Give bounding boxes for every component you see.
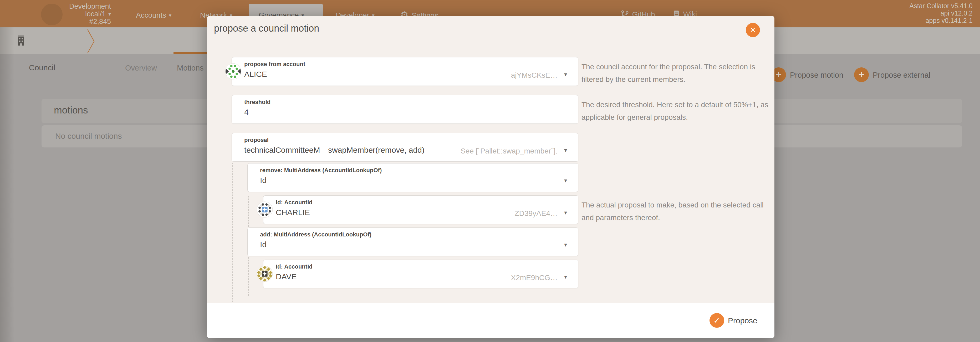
alice-identicon[interactable] — [225, 63, 241, 80]
chevron-down-icon: ▾ — [108, 11, 111, 17]
check-icon: ✓ — [710, 313, 724, 328]
chevron-down-icon[interactable]: ▾ — [564, 273, 567, 280]
active-tab-underline — [173, 52, 208, 54]
node-version: Astar Collator v5.41.0 — [910, 2, 973, 10]
proposal-section[interactable]: technicalCommitteeM — [244, 145, 320, 155]
plus-icon: + — [854, 67, 869, 82]
add-multiaddress-field[interactable]: add: MultiAddress (AccountIdLookupOf) Id… — [247, 227, 578, 256]
add-accountid-field[interactable]: Id: AccountId DAVE X2mE9hCG… ▾ — [263, 260, 578, 288]
help-account: The council account for the proposal. Th… — [581, 61, 784, 86]
field-label: proposal — [244, 137, 269, 144]
version-info: Astar Collator v5.41.0 api v12.0.2 apps … — [910, 2, 973, 24]
account-name: ALICE — [244, 70, 267, 79]
chevron-down-icon[interactable]: ▾ — [564, 147, 567, 154]
threshold-field[interactable]: threshold 4 — [232, 95, 578, 124]
modal-footer: ✓ Propose — [207, 303, 775, 338]
chevron-down-icon[interactable]: ▾ — [564, 209, 567, 216]
page-title: motions — [54, 105, 88, 116]
method-doc-hint: See [`Pallet::swap_member`]. — [461, 147, 558, 155]
app-screen: Development local/1▾ #2,845 Accounts▾ Ne… — [0, 0, 980, 342]
network-selector[interactable]: Development local/1▾ #2,845 — [66, 3, 111, 26]
api-version: api v12.0.2 — [910, 10, 973, 17]
chevron-down-icon[interactable]: ▾ — [564, 241, 567, 248]
nesting-guide-level1 — [232, 163, 233, 315]
add-type-value: Id — [260, 240, 267, 249]
remove-accountid-field[interactable]: Id: AccountId CHARLIE ZD39yAE4… ▾ — [263, 195, 578, 224]
field-label: threshold — [244, 99, 270, 105]
help-proposal: The actual proposal to make, based on th… — [581, 199, 784, 224]
account-address-short: X2mE9hCG… — [511, 273, 558, 282]
tab-motions[interactable]: Motions — [177, 64, 204, 72]
account-address-short: ZD39yAE4… — [515, 209, 558, 218]
proposal-field[interactable]: proposal technicalCommitteeM swapMember(… — [232, 133, 578, 161]
help-threshold: The desired threshold. Here set to a def… — [581, 99, 784, 124]
chain-logo-avatar[interactable] — [41, 4, 62, 25]
propose-button[interactable]: ✓ Propose — [710, 313, 788, 329]
account-address-short: ajYMsCKsE… — [511, 71, 558, 80]
field-label: add: MultiAddress (AccountIdLookupOf) — [260, 231, 371, 238]
account-name: CHARLIE — [276, 208, 310, 217]
block-number: #2,845 — [66, 18, 111, 26]
close-button[interactable]: ✕ — [746, 23, 760, 37]
close-icon: ✕ — [750, 26, 756, 34]
propose-from-account-field[interactable]: propose from account ALICE ajYMsCKsE… ▾ — [232, 57, 578, 86]
breadcrumb-chevron-icon — [87, 29, 95, 54]
chevron-down-icon[interactable]: ▾ — [564, 71, 567, 78]
account-name: DAVE — [276, 272, 296, 281]
field-label: propose from account — [244, 61, 305, 68]
charlie-identicon[interactable] — [256, 201, 273, 218]
nav-item-accounts[interactable]: Accounts▾ — [136, 11, 172, 19]
network-name: Development — [66, 3, 111, 10]
chevron-down-icon: ▾ — [169, 12, 172, 18]
modal-title: propose a council motion — [214, 23, 319, 34]
threshold-value: 4 — [244, 108, 249, 117]
endpoint-label: local/1 — [85, 10, 106, 18]
remove-multiaddress-field[interactable]: remove: MultiAddress (AccountIdLookupOf)… — [247, 163, 578, 192]
chevron-down-icon[interactable]: ▾ — [564, 177, 567, 184]
remove-type-value: Id — [260, 176, 267, 185]
field-label: Id: AccountId — [276, 199, 313, 206]
breadcrumb-section: Council — [29, 63, 55, 72]
propose-council-motion-modal: propose a council motion ✕ — [207, 16, 775, 338]
empty-message: No council motions — [55, 132, 122, 141]
propose-button-label: Propose — [728, 316, 757, 325]
dave-identicon[interactable] — [256, 266, 273, 282]
window-edge-shade — [0, 27, 14, 342]
tab-overview[interactable]: Overview — [125, 64, 157, 72]
proposal-method[interactable]: swapMember(remove, add) — [328, 145, 425, 155]
field-label: remove: MultiAddress (AccountIdLookupOf) — [260, 167, 382, 174]
apps-version: apps v0.141.2-1 — [910, 17, 973, 24]
field-label: Id: AccountId — [276, 263, 313, 270]
breadcrumb: Council — [29, 63, 55, 72]
endpoint-row: local/1▾ — [66, 10, 111, 18]
council-building-icon — [17, 35, 25, 46]
